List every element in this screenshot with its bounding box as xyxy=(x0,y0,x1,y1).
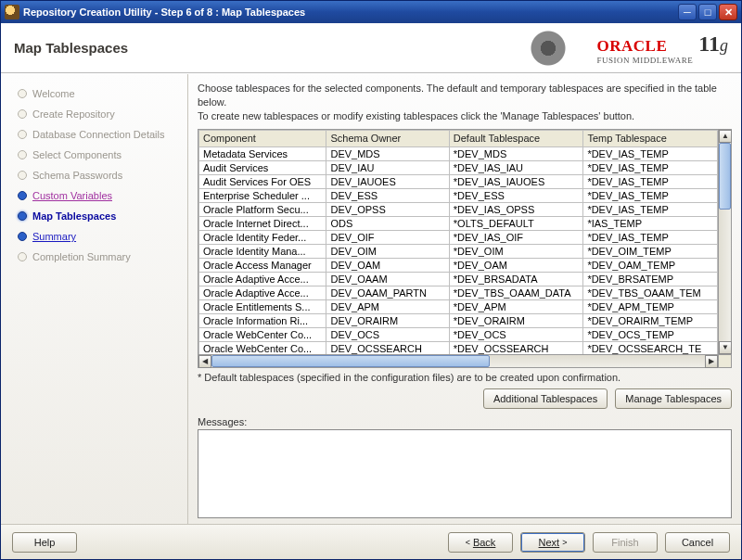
scroll-up-icon[interactable]: ▲ xyxy=(719,130,732,143)
cell-temp-tablespace[interactable]: *DEV_BRSATEMP xyxy=(583,272,718,286)
cell-schema-owner[interactable]: DEV_OIM xyxy=(326,244,449,258)
cell-default-tablespace[interactable]: *DEV_APM xyxy=(449,299,583,313)
cell-schema-owner[interactable]: DEV_ESS xyxy=(326,188,449,202)
table-row[interactable]: Oracle Entitlements S...DEV_APM*DEV_APM*… xyxy=(199,299,718,313)
cell-component[interactable]: Oracle Platform Secu... xyxy=(199,202,326,216)
table-row[interactable]: Oracle Identity Feder...DEV_OIF*DEV_IAS_… xyxy=(199,230,718,244)
cell-default-tablespace[interactable]: *DEV_OCS xyxy=(449,327,583,341)
cell-component[interactable]: Audit Services xyxy=(199,160,326,174)
cell-component[interactable]: Oracle Identity Feder... xyxy=(199,230,326,244)
cell-component[interactable]: Oracle Identity Mana... xyxy=(199,244,326,258)
step-custom-variables[interactable]: Custom Variables xyxy=(18,185,182,206)
scroll-thumb[interactable] xyxy=(719,143,731,210)
vertical-scrollbar[interactable]: ▲ ▼ xyxy=(718,130,731,354)
cell-temp-tablespace[interactable]: *DEV_TBS_OAAM_TEM xyxy=(583,286,718,299)
cell-schema-owner[interactable]: DEV_APM xyxy=(326,299,449,313)
cell-schema-owner[interactable]: DEV_IAU xyxy=(326,160,449,174)
cell-default-tablespace[interactable]: *DEV_ESS xyxy=(449,188,583,202)
table-row[interactable]: Oracle Adaptive Acce...DEV_OAAM*DEV_BRSA… xyxy=(199,272,718,286)
cell-schema-owner[interactable]: DEV_OIF xyxy=(326,230,449,244)
cell-schema-owner[interactable]: DEV_OAM xyxy=(326,258,449,272)
col-schema-owner[interactable]: Schema Owner xyxy=(326,130,449,146)
table-row[interactable]: Oracle Platform Secu...DEV_OPSS*DEV_IAS_… xyxy=(199,202,718,216)
scroll-left-icon[interactable]: ◀ xyxy=(198,355,211,368)
messages-textarea[interactable] xyxy=(198,429,732,518)
cell-temp-tablespace[interactable]: *DEV_OAM_TEMP xyxy=(583,258,718,272)
cell-component[interactable]: Oracle Information Ri... xyxy=(199,313,326,327)
table-row[interactable]: Oracle WebCenter Co...DEV_OCS*DEV_OCS*DE… xyxy=(199,327,718,341)
cell-schema-owner[interactable]: DEV_OCS xyxy=(326,327,449,341)
cell-default-tablespace[interactable]: *DEV_OIM xyxy=(449,244,583,258)
cell-schema-owner[interactable]: DEV_OAAM_PARTN xyxy=(326,286,449,299)
manage-tablespaces-button[interactable]: Manage Tablespaces xyxy=(615,388,732,409)
cell-default-tablespace[interactable]: *DEV_IAS_OIF xyxy=(449,230,583,244)
cell-schema-owner[interactable]: ODS xyxy=(326,216,449,230)
table-row[interactable]: Oracle Adaptive Acce...DEV_OAAM_PARTN*DE… xyxy=(199,286,718,299)
table-row[interactable]: Audit Services For OESDEV_IAUOES*DEV_IAS… xyxy=(199,174,718,188)
table-row[interactable]: Oracle Identity Mana...DEV_OIM*DEV_OIM*D… xyxy=(199,244,718,258)
back-button[interactable]: < Back xyxy=(448,532,513,553)
col-default-tablespace[interactable]: Default Tablespace xyxy=(449,130,583,146)
table-row[interactable]: Oracle Internet Direct...ODS*OLTS_DEFAUL… xyxy=(199,216,718,230)
cell-temp-tablespace[interactable]: *DEV_IAS_TEMP xyxy=(583,188,718,202)
minimize-button[interactable]: ─ xyxy=(678,4,697,20)
cell-component[interactable]: Oracle WebCenter Co... xyxy=(199,327,326,341)
col-temp-tablespace[interactable]: Temp Tablespace xyxy=(583,130,718,146)
horizontal-scrollbar[interactable]: ◀ ▶ xyxy=(198,354,718,367)
cell-default-tablespace[interactable]: *DEV_ORAIRM xyxy=(449,313,583,327)
cell-default-tablespace[interactable]: *DEV_MDS xyxy=(449,146,583,160)
col-component[interactable]: Component xyxy=(199,130,326,146)
cell-temp-tablespace[interactable]: *DEV_IAS_TEMP xyxy=(583,146,718,160)
step-summary[interactable]: Summary xyxy=(18,226,182,247)
scroll-right-icon[interactable]: ▶ xyxy=(705,355,718,368)
cell-temp-tablespace[interactable]: *DEV_IAS_TEMP xyxy=(583,230,718,244)
maximize-button[interactable]: □ xyxy=(698,4,717,20)
cell-temp-tablespace[interactable]: *DEV_IAS_TEMP xyxy=(583,174,718,188)
cell-schema-owner[interactable]: DEV_OPSS xyxy=(326,202,449,216)
cell-component[interactable]: Oracle Internet Direct... xyxy=(199,216,326,230)
scroll-down-icon[interactable]: ▼ xyxy=(719,341,732,354)
cell-temp-tablespace[interactable]: *DEV_IAS_TEMP xyxy=(583,160,718,174)
close-button[interactable]: ✕ xyxy=(719,4,737,20)
help-button[interactable]: Help xyxy=(12,532,77,553)
cell-default-tablespace[interactable]: *OLTS_DEFAULT xyxy=(449,216,583,230)
cell-schema-owner[interactable]: DEV_OCSSEARCH xyxy=(326,341,449,354)
cell-component[interactable]: Oracle Access Manager xyxy=(199,258,326,272)
cancel-button[interactable]: Cancel xyxy=(665,532,730,553)
cell-schema-owner[interactable]: DEV_IAUOES xyxy=(326,174,449,188)
cell-component[interactable]: Oracle Adaptive Acce... xyxy=(199,286,326,299)
cell-temp-tablespace[interactable]: *DEV_OIM_TEMP xyxy=(583,244,718,258)
cell-schema-owner[interactable]: DEV_MDS xyxy=(326,146,449,160)
cell-schema-owner[interactable]: DEV_OAAM xyxy=(326,272,449,286)
cell-component[interactable]: Oracle Entitlements S... xyxy=(199,299,326,313)
tablespace-table[interactable]: Component Schema Owner Default Tablespac… xyxy=(198,130,718,354)
cell-temp-tablespace[interactable]: *DEV_OCS_TEMP xyxy=(583,327,718,341)
table-row[interactable]: Oracle WebCenter Co...DEV_OCSSEARCH*DEV_… xyxy=(199,341,718,354)
scroll-thumb[interactable] xyxy=(211,355,490,367)
table-row[interactable]: Oracle Access ManagerDEV_OAM*DEV_OAM*DEV… xyxy=(199,258,718,272)
cell-default-tablespace[interactable]: *DEV_OCSSEARCH xyxy=(449,341,583,354)
table-row[interactable]: Audit ServicesDEV_IAU*DEV_IAS_IAU*DEV_IA… xyxy=(199,160,718,174)
cell-default-tablespace[interactable]: *DEV_OAM xyxy=(449,258,583,272)
cell-component[interactable]: Oracle WebCenter Co... xyxy=(199,341,326,354)
cell-temp-tablespace[interactable]: *IAS_TEMP xyxy=(583,216,718,230)
table-row[interactable]: Metadata ServicesDEV_MDS*DEV_MDS*DEV_IAS… xyxy=(199,146,718,160)
cell-temp-tablespace[interactable]: *DEV_ORAIRM_TEMP xyxy=(583,313,718,327)
cell-schema-owner[interactable]: DEV_ORAIRM xyxy=(326,313,449,327)
cell-default-tablespace[interactable]: *DEV_IAS_IAU xyxy=(449,160,583,174)
cell-temp-tablespace[interactable]: *DEV_OCSSEARCH_TE xyxy=(583,341,718,354)
cell-default-tablespace[interactable]: *DEV_TBS_OAAM_DATA xyxy=(449,286,583,299)
cell-temp-tablespace[interactable]: *DEV_IAS_TEMP xyxy=(583,202,718,216)
cell-temp-tablespace[interactable]: *DEV_APM_TEMP xyxy=(583,299,718,313)
cell-default-tablespace[interactable]: *DEV_IAS_OPSS xyxy=(449,202,583,216)
cell-component[interactable]: Audit Services For OES xyxy=(199,174,326,188)
cell-component[interactable]: Oracle Adaptive Acce... xyxy=(199,272,326,286)
cell-default-tablespace[interactable]: *DEV_IAS_IAUOES xyxy=(449,174,583,188)
cell-component[interactable]: Enterprise Scheduler ... xyxy=(199,188,326,202)
next-button[interactable]: Next > xyxy=(520,532,585,553)
table-row[interactable]: Enterprise Scheduler ...DEV_ESS*DEV_ESS*… xyxy=(199,188,718,202)
cell-default-tablespace[interactable]: *DEV_BRSADATA xyxy=(449,272,583,286)
additional-tablespaces-button[interactable]: Additional Tablespaces xyxy=(483,388,608,409)
cell-component[interactable]: Metadata Services xyxy=(199,146,326,160)
table-row[interactable]: Oracle Information Ri...DEV_ORAIRM*DEV_O… xyxy=(199,313,718,327)
